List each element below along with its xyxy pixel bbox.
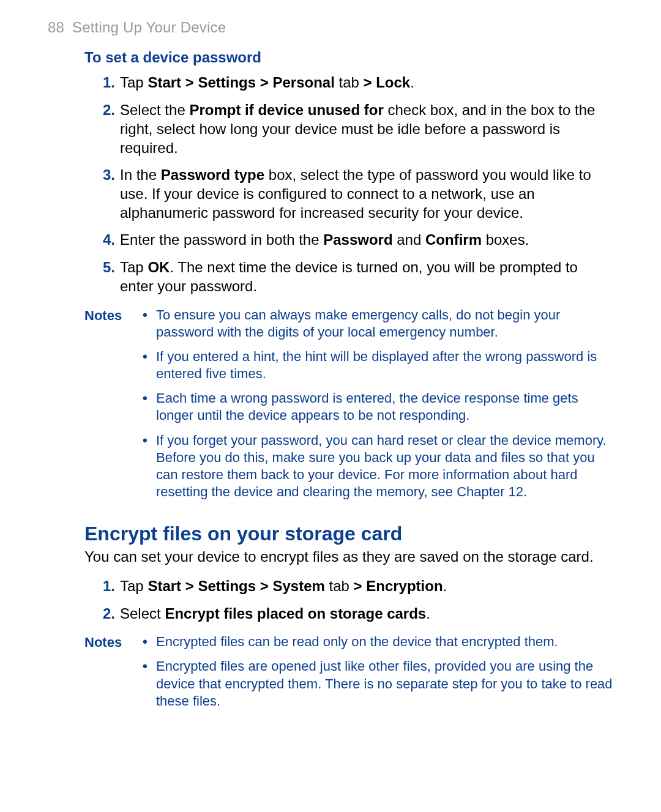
step-number: 5. xyxy=(97,258,115,277)
step-item: 2.Select Encrypt files placed on storage… xyxy=(48,600,613,628)
note-item: To ensure you can always make emergency … xyxy=(143,307,613,348)
section-intro-encrypt: You can set your device to encrypt files… xyxy=(84,548,613,567)
notes-label-2: Notes xyxy=(84,633,143,717)
step-number: 2. xyxy=(97,101,115,120)
step-text: Tap OK. The next time the device is turn… xyxy=(120,259,578,294)
notes-list-1: To ensure you can always make emergency … xyxy=(143,307,613,508)
step-text: Tap Start > Settings > Personal tab > Lo… xyxy=(120,74,414,91)
notes-list-2: Encrypted files can be read only on the … xyxy=(143,633,613,717)
bold-text: > Lock xyxy=(364,74,411,91)
step-number: 2. xyxy=(97,605,115,624)
step-text: In the Password type box, select the typ… xyxy=(120,166,591,220)
step-text: Select the Prompt if device unused for c… xyxy=(120,102,595,155)
note-item: Each time a wrong password is entered, t… xyxy=(143,390,613,431)
bold-text: Start > Settings > Personal xyxy=(148,74,334,91)
bold-text: OK xyxy=(148,259,170,275)
bold-text: Confirm xyxy=(425,231,482,248)
running-header: 88 Setting Up Your Device xyxy=(48,18,613,37)
step-item: 3.In the Password type box, select the t… xyxy=(48,162,613,226)
notes-label-1: Notes xyxy=(84,307,143,508)
procedure-steps-2: 1.Tap Start > Settings > System tab > En… xyxy=(48,573,613,627)
notes-block-1: Notes To ensure you can always make emer… xyxy=(84,307,613,508)
step-text: Select Encrypt files placed on storage c… xyxy=(120,605,430,622)
step-item: 5.Tap OK. The next time the device is tu… xyxy=(48,254,613,300)
step-number: 3. xyxy=(97,166,115,185)
step-number: 4. xyxy=(97,231,115,250)
note-item: Encrypted files are opened just like oth… xyxy=(143,658,613,717)
step-item: 1.Tap Start > Settings > System tab > En… xyxy=(48,573,613,600)
bold-text: Password type xyxy=(161,166,264,183)
bold-text: Password xyxy=(323,231,392,248)
procedure-steps-1: 1.Tap Start > Settings > Personal tab > … xyxy=(48,69,613,300)
procedure-title-1: To set a device password xyxy=(84,48,613,67)
bold-text: Prompt if device unused for xyxy=(189,102,383,118)
step-text: Tap Start > Settings > System tab > Encr… xyxy=(120,578,447,594)
step-item: 4.Enter the password in both the Passwor… xyxy=(48,226,613,254)
section-title-encrypt: Encrypt files on your storage card xyxy=(84,521,613,546)
step-number: 1. xyxy=(97,73,115,92)
step-number: 1. xyxy=(97,577,115,596)
page-number: 88 xyxy=(48,19,64,35)
chapter-title: Setting Up Your Device xyxy=(72,19,226,35)
page: 88 Setting Up Your Device To set a devic… xyxy=(0,0,661,765)
notes-block-2: Notes Encrypted files can be read only o… xyxy=(84,633,613,717)
bold-text: Encrypt files placed on storage cards xyxy=(165,605,426,622)
note-item: If you forget your password, you can har… xyxy=(143,432,613,508)
step-text: Enter the password in both the Password … xyxy=(120,231,529,248)
note-item: Encrypted files can be read only on the … xyxy=(143,633,613,658)
bold-text: > Encryption xyxy=(354,578,443,594)
note-item: If you entered a hint, the hint will be … xyxy=(143,348,613,390)
step-item: 1.Tap Start > Settings > Personal tab > … xyxy=(48,69,613,97)
bold-text: Start > Settings > System xyxy=(148,578,324,594)
step-item: 2.Select the Prompt if device unused for… xyxy=(48,97,613,162)
